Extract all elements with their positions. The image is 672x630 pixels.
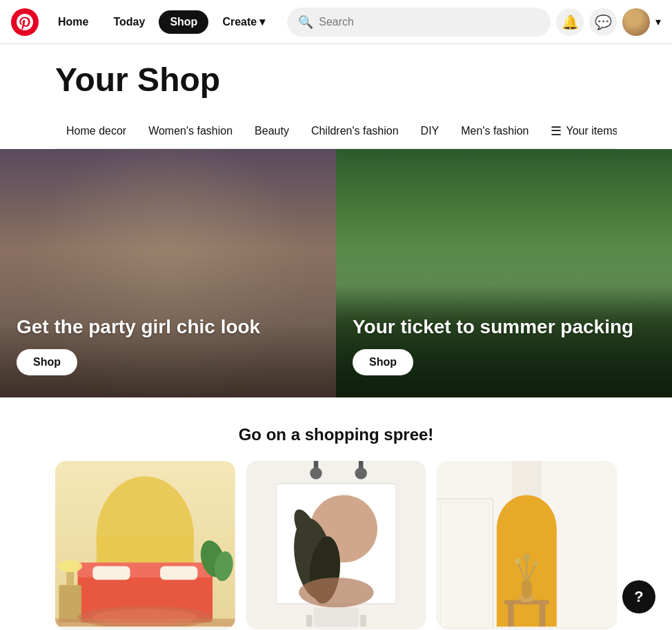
- svg-rect-35: [160, 567, 197, 580]
- svg-point-63: [497, 495, 557, 562]
- svg-rect-68: [522, 580, 532, 598]
- category-home-decor[interactable]: Home decor: [55, 117, 137, 147]
- hero-title-left: Get the party girl chic look: [17, 316, 260, 338]
- avatar-image: [622, 8, 650, 36]
- messages-button[interactable]: 💬: [589, 8, 617, 36]
- search-icon: 🔍: [298, 14, 313, 30]
- svg-point-72: [523, 553, 531, 561]
- page-title: Your Shop: [55, 61, 617, 99]
- category-childrens-fashion[interactable]: Children's fashion: [300, 117, 410, 147]
- nav-home[interactable]: Home: [47, 10, 99, 34]
- svg-point-43: [92, 609, 197, 625]
- spree-grid: [55, 461, 617, 629]
- svg-rect-65: [508, 604, 515, 627]
- nav-shop[interactable]: Shop: [159, 10, 208, 34]
- hero-card-summer[interactable]: Your ticket to summer packing Shop: [336, 149, 672, 397]
- hero-card-content-right: Your ticket to summer packing Shop: [353, 316, 633, 375]
- svg-point-74: [533, 561, 538, 566]
- bell-icon: 🔔: [562, 14, 579, 30]
- spree-card-arch-wall[interactable]: [437, 461, 617, 629]
- help-button[interactable]: ?: [622, 580, 655, 613]
- nav-today[interactable]: Today: [102, 10, 156, 34]
- pinterest-logo[interactable]: [11, 8, 39, 36]
- svg-rect-56: [313, 607, 358, 627]
- nav-icons: 🔔 💬 ▾: [556, 8, 661, 36]
- category-womens-fashion[interactable]: Women's fashion: [137, 117, 244, 147]
- category-your-items[interactable]: ☰ Your items: [540, 115, 617, 148]
- svg-rect-66: [540, 604, 546, 627]
- list-icon: ☰: [551, 124, 562, 139]
- chevron-icon: ▾: [655, 16, 661, 28]
- spree-title: Go on a shopping spree!: [55, 425, 617, 444]
- svg-point-49: [355, 467, 366, 479]
- svg-point-55: [299, 578, 374, 607]
- spree-section: Go on a shopping spree!: [0, 397, 672, 630]
- search-bar: 🔍: [287, 8, 551, 37]
- svg-rect-34: [92, 567, 130, 580]
- hero-title-right: Your ticket to summer packing: [353, 316, 633, 338]
- category-mens-fashion[interactable]: Men's fashion: [450, 117, 540, 147]
- chat-icon: 💬: [595, 14, 612, 30]
- spree-card-bedroom[interactable]: [55, 461, 235, 629]
- account-dropdown-button[interactable]: ▾: [655, 15, 661, 28]
- svg-point-47: [310, 467, 322, 479]
- svg-point-70: [515, 558, 521, 564]
- shop-header: Your Shop Home decor Women's fashion Bea…: [0, 44, 672, 149]
- spree-card-art-print[interactable]: [246, 461, 426, 629]
- chevron-down-icon: ▾: [259, 15, 265, 28]
- avatar[interactable]: [622, 8, 650, 36]
- hero-shop-button-right[interactable]: Shop: [353, 349, 413, 375]
- search-input[interactable]: [319, 16, 540, 28]
- notification-button[interactable]: 🔔: [556, 8, 584, 36]
- category-beauty[interactable]: Beauty: [244, 117, 300, 147]
- hero-card-content-left: Get the party girl chic look Shop: [17, 316, 260, 375]
- svg-point-38: [58, 560, 82, 572]
- svg-rect-58: [360, 615, 366, 627]
- category-nav: Home decor Women's fashion Beauty Childr…: [55, 115, 617, 149]
- svg-rect-57: [306, 615, 313, 627]
- hero-section: Get the party girl chic look Shop: [0, 149, 672, 397]
- nav-create[interactable]: Create ▾: [211, 10, 276, 34]
- nav-links: Home Today Shop Create ▾: [47, 10, 276, 34]
- category-diy[interactable]: DIY: [410, 117, 451, 147]
- page-content: Your Shop Home decor Women's fashion Bea…: [0, 44, 672, 630]
- navbar: Home Today Shop Create ▾ 🔍 🔔 💬 ▾: [0, 0, 672, 44]
- hero-card-party[interactable]: Get the party girl chic look Shop: [0, 149, 336, 397]
- hero-shop-button-left[interactable]: Shop: [17, 349, 77, 375]
- your-items-label: Your items: [566, 125, 617, 137]
